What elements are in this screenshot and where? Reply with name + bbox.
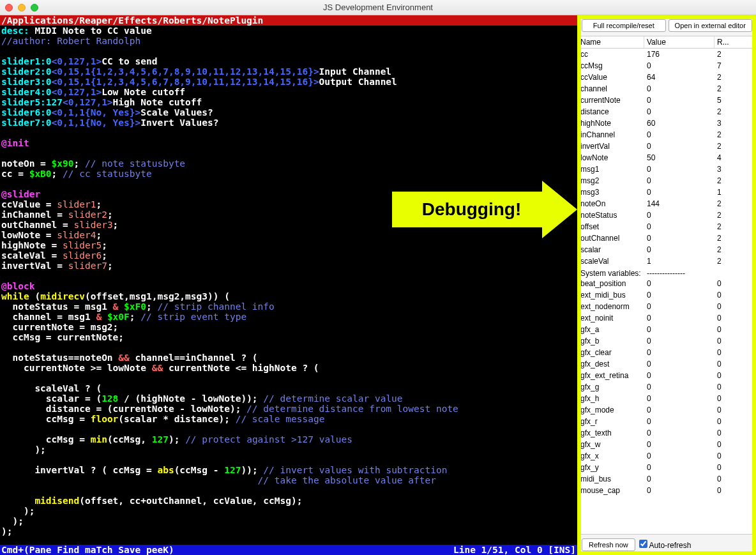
var-row[interactable]: gfx_w00: [578, 439, 756, 450]
var-row[interactable]: lowNote504: [578, 152, 756, 163]
var-row[interactable]: gfx_r00: [578, 416, 756, 427]
col-r-header[interactable]: R...: [714, 36, 756, 48]
var-row[interactable]: inChannel02: [578, 129, 756, 141]
var-row[interactable]: gfx_texth00: [578, 427, 756, 439]
window-title: JS Development Environment: [0, 3, 756, 12]
titlebar: JS Development Environment: [0, 0, 756, 15]
status-right: Line 1/51, Col 0 [INS]: [453, 545, 576, 555]
var-row[interactable]: gfx_b00: [578, 335, 756, 347]
var-row[interactable]: highNote603: [578, 118, 756, 129]
var-row[interactable]: msg202: [578, 175, 756, 186]
auto-refresh-checkbox[interactable]: [639, 540, 647, 548]
var-row[interactable]: ccValue642: [578, 72, 756, 83]
var-row[interactable]: gfx_ext_retina00: [578, 370, 756, 381]
var-row[interactable]: gfx_g00: [578, 381, 756, 393]
var-row[interactable]: msg103: [578, 163, 756, 175]
refresh-button[interactable]: Refresh now: [582, 538, 635, 551]
var-row[interactable]: currentNote05: [578, 95, 756, 106]
var-row[interactable]: beat_position00: [578, 278, 756, 289]
open-external-button[interactable]: Open in external editor: [669, 19, 753, 32]
var-row[interactable]: mouse_cap00: [578, 485, 756, 496]
var-row[interactable]: distance02: [578, 106, 756, 118]
var-row[interactable]: ccMsg07: [578, 60, 756, 72]
var-row[interactable]: midi_bus00: [578, 473, 756, 485]
status-left: Cmd+(Pane Find maTch Save peeK): [1, 545, 174, 555]
var-row[interactable]: cc1762: [578, 49, 756, 60]
file-path: /Applications/Reaper/Effects/Roberts/Not…: [0, 15, 577, 26]
var-row[interactable]: msg301: [578, 186, 756, 198]
var-table-body[interactable]: cc1762ccMsg07ccValue642channel02currentN…: [578, 49, 756, 534]
var-row[interactable]: scalar02: [578, 244, 756, 255]
recompile-button[interactable]: Full recompile/reset: [582, 19, 666, 32]
debug-panel: Full recompile/reset Open in external ed…: [577, 15, 756, 555]
var-row[interactable]: channel02: [578, 83, 756, 95]
var-row[interactable]: gfx_x00: [578, 450, 756, 462]
var-row[interactable]: gfx_a00: [578, 324, 756, 335]
var-row[interactable]: noteOn1442: [578, 198, 756, 209]
var-row[interactable]: gfx_clear00: [578, 347, 756, 358]
var-row[interactable]: ext_noinit00: [578, 312, 756, 324]
var-row[interactable]: offset02: [578, 221, 756, 232]
code-area[interactable]: desc: MIDI Note to CC value //author: Ro…: [0, 26, 577, 545]
var-row[interactable]: noteStatus02: [578, 209, 756, 221]
var-row[interactable]: gfx_dest00: [578, 358, 756, 370]
sysvars-header: System variables:---------------: [578, 267, 756, 278]
var-row[interactable]: outChannel02: [578, 232, 756, 244]
code-editor[interactable]: /Applications/Reaper/Effects/Roberts/Not…: [0, 15, 577, 555]
status-bar: Cmd+(Pane Find maTch Save peeK) Line 1/5…: [0, 545, 577, 555]
var-row[interactable]: invertVal02: [578, 141, 756, 152]
col-name-header[interactable]: Name: [578, 36, 644, 48]
var-row[interactable]: ext_midi_bus00: [578, 289, 756, 301]
var-table-header: Name Value R...: [578, 36, 756, 49]
var-row[interactable]: gfx_h00: [578, 393, 756, 404]
col-value-header[interactable]: Value: [644, 36, 714, 48]
var-row[interactable]: scaleVal12: [578, 255, 756, 267]
var-row[interactable]: gfx_mode00: [578, 404, 756, 416]
var-row[interactable]: gfx_y00: [578, 462, 756, 473]
auto-refresh-label[interactable]: Auto-refresh: [639, 540, 692, 550]
var-row[interactable]: ext_nodenorm00: [578, 301, 756, 312]
